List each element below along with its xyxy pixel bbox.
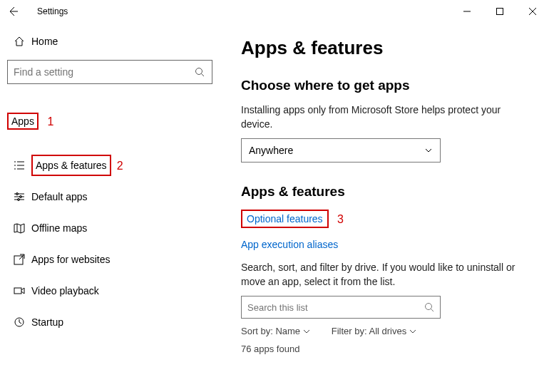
defaults-icon xyxy=(10,191,29,202)
find-setting-input[interactable] xyxy=(7,60,212,84)
close-button[interactable] xyxy=(516,0,549,23)
sidebar-item-label: Startup xyxy=(31,316,63,328)
search-icon xyxy=(424,302,434,312)
sidebar-item-apps-websites[interactable]: Apps for websites xyxy=(7,244,214,275)
sidebar-item-apps-features[interactable]: Apps & features2 xyxy=(7,150,214,181)
app-execution-aliases-link[interactable]: App execution aliases xyxy=(241,239,338,250)
sidebar-home[interactable]: Home xyxy=(7,29,214,54)
chevron-down-icon xyxy=(303,329,310,334)
startup-icon xyxy=(10,316,29,328)
content-pane: Apps & features Choose where to get apps… xyxy=(221,23,549,392)
video-icon xyxy=(10,285,29,296)
filter-value: All drives xyxy=(369,326,406,336)
sidebar-section-apps: Apps xyxy=(7,113,39,130)
af-heading: Apps & features xyxy=(241,184,529,200)
svg-line-5 xyxy=(202,74,205,77)
svg-point-21 xyxy=(426,304,432,310)
sidebar-item-offline-maps[interactable]: Offline maps xyxy=(7,212,214,244)
svg-rect-1 xyxy=(497,9,503,15)
sort-value: Name xyxy=(275,326,300,336)
titlebar: Settings xyxy=(0,0,549,23)
sidebar-item-label: Default apps xyxy=(31,191,88,202)
where-dropdown[interactable]: Anywhere xyxy=(241,138,441,163)
sidebar-item-label: Video playback xyxy=(31,285,99,296)
page-title: Apps & features xyxy=(241,37,529,59)
open-icon xyxy=(10,254,29,265)
minimize-button[interactable] xyxy=(451,0,483,23)
sidebar: Home Apps 1 Apps & features2 Default app… xyxy=(0,23,221,392)
sidebar-item-label: Offline maps xyxy=(31,222,87,234)
sidebar-item-label: Apps for websites xyxy=(31,254,111,265)
back-button[interactable] xyxy=(7,6,24,17)
search-icon xyxy=(195,67,206,77)
sidebar-item-video-playback[interactable]: Video playback xyxy=(7,275,214,306)
annotation-2: 2 xyxy=(117,160,123,172)
where-description: Installing apps only from Microsoft Stor… xyxy=(241,103,529,131)
sort-label: Sort by: xyxy=(241,326,273,336)
filter-description: Search, sort, and filter by drive. If yo… xyxy=(241,261,529,289)
find-setting-field[interactable] xyxy=(14,66,195,78)
sort-by-control[interactable]: Sort by: Name xyxy=(241,326,310,336)
sidebar-item-startup[interactable]: Startup xyxy=(7,306,214,338)
apps-count: 76 apps found xyxy=(241,344,529,354)
annotation-3: 3 xyxy=(337,213,344,225)
annotation-1: 1 xyxy=(47,115,53,128)
where-heading: Choose where to get apps xyxy=(241,78,529,93)
list-icon xyxy=(10,160,29,171)
search-list-input[interactable] xyxy=(241,296,441,319)
chevron-down-icon xyxy=(424,146,433,155)
optional-features-link[interactable]: Optional features xyxy=(247,213,323,225)
home-icon xyxy=(10,36,29,47)
maximize-button[interactable] xyxy=(483,0,516,23)
where-dropdown-value: Anywhere xyxy=(249,145,293,156)
map-icon xyxy=(10,222,29,234)
sidebar-home-label: Home xyxy=(31,36,58,47)
svg-rect-19 xyxy=(14,288,21,294)
svg-line-22 xyxy=(431,309,434,312)
sidebar-item-default-apps[interactable]: Default apps xyxy=(7,181,214,212)
search-list-field[interactable] xyxy=(247,302,424,313)
chevron-down-icon xyxy=(409,329,416,334)
sidebar-item-label: Apps & features xyxy=(31,155,111,176)
filter-label: Filter by: xyxy=(332,326,367,336)
svg-point-4 xyxy=(196,68,202,75)
window-title: Settings xyxy=(37,6,68,16)
filter-by-control[interactable]: Filter by: All drives xyxy=(332,326,416,336)
